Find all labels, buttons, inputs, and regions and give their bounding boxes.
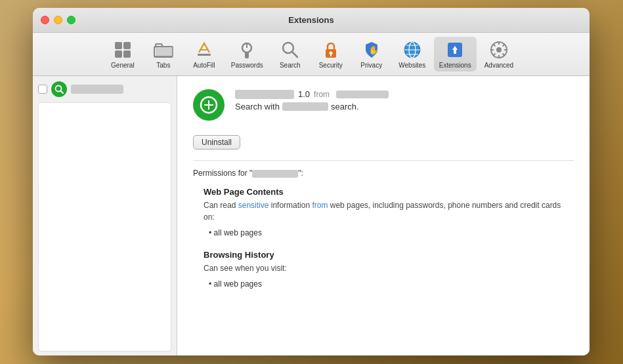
svg-line-31 [493, 45, 495, 47]
extension-search-row: Search with search. [235, 102, 574, 111]
svg-text:✋: ✋ [368, 45, 379, 56]
permissions-label: Permissions for "": [193, 169, 574, 178]
maximize-button[interactable] [67, 16, 75, 24]
svg-point-16 [329, 52, 332, 55]
browsing-history-title: Browsing History [204, 250, 574, 260]
websites-icon [402, 39, 423, 60]
svg-rect-3 [123, 51, 131, 58]
browsing-history-desc: Can see when you visit: [204, 262, 574, 274]
browsing-history-list: all web pages [204, 278, 574, 291]
close-button[interactable] [41, 16, 49, 24]
web-page-contents-desc: Can read sensitive information from web … [204, 199, 574, 223]
advanced-label: Advanced [484, 62, 513, 69]
permissions-name-blurred [252, 170, 298, 178]
privacy-icon: ✋ [361, 39, 382, 60]
svg-line-36 [61, 91, 64, 94]
passwords-icon [236, 39, 257, 60]
svg-rect-11 [245, 52, 249, 58]
search-suffix: search. [331, 102, 359, 111]
svg-line-32 [502, 54, 504, 56]
extension-name-blurred [71, 85, 123, 94]
extensions-label: Extensions [439, 62, 471, 69]
autofill-label: AutoFill [193, 62, 215, 69]
uninstall-button[interactable]: Uninstall [193, 135, 240, 150]
browsing-history-item-1: all web pages [209, 278, 574, 291]
toolbar-item-general[interactable]: General [104, 37, 142, 71]
autofill-icon [194, 39, 215, 60]
svg-line-33 [502, 45, 504, 47]
search-prefix: Search with [235, 102, 280, 111]
sidebar-extension-list [38, 102, 171, 352]
tabs-label: Tabs [156, 62, 170, 69]
extension-icon [193, 89, 225, 121]
window-title: Extensions [288, 15, 333, 25]
extensions-icon [444, 39, 465, 60]
advanced-icon [488, 39, 509, 60]
window-controls [41, 16, 75, 24]
sidebar-header [38, 81, 171, 97]
websites-label: Websites [398, 62, 425, 69]
toolbar-item-autofill[interactable]: AutoFill [185, 37, 223, 71]
extension-version: 1.0 [298, 89, 310, 99]
toolbar-item-passwords[interactable]: Passwords [226, 37, 269, 71]
security-icon [320, 39, 341, 60]
svg-rect-0 [115, 42, 122, 49]
toolbar-item-extensions[interactable]: Extensions [434, 37, 477, 71]
titlebar: Extensions [33, 8, 590, 33]
passwords-label: Passwords [231, 62, 263, 69]
svg-line-14 [292, 52, 297, 57]
toolbar-item-advanced[interactable]: Advanced [479, 37, 519, 71]
browsing-history-section: Browsing History Can see when you visit:… [193, 250, 574, 291]
extension-from-label: from [314, 90, 330, 99]
svg-rect-6 [156, 47, 173, 56]
safari-extensions-window: Extensions General [33, 8, 590, 355]
tabs-icon [153, 39, 174, 60]
extension-checkbox[interactable] [38, 85, 47, 94]
permissions-section: Permissions for "": Web Page Contents Ca… [193, 160, 574, 291]
search-label: Search [280, 62, 301, 69]
toolbar: General Tabs AutoFill [33, 33, 590, 76]
svg-point-26 [496, 47, 502, 52]
search-icon [280, 39, 301, 60]
toolbar-item-security[interactable]: Security [312, 37, 350, 71]
extension-header: 1.0 from Search with search. [193, 89, 574, 121]
svg-rect-2 [115, 51, 122, 58]
sidebar [33, 76, 177, 355]
svg-rect-8 [198, 54, 211, 56]
extension-search-icon [51, 81, 67, 97]
main-area: 1.0 from Search with search. Uninstall P… [33, 76, 590, 355]
toolbar-item-websites[interactable]: Websites [393, 37, 431, 71]
extension-from-blurred [336, 91, 389, 98]
security-label: Security [319, 62, 343, 69]
svg-line-34 [493, 54, 495, 56]
extension-info: 1.0 from Search with search. [235, 89, 574, 111]
web-page-contents-title: Web Page Contents [204, 187, 574, 197]
toolbar-item-search[interactable]: Search [271, 37, 309, 71]
web-page-contents-item-1: all web pages [209, 227, 574, 239]
toolbar-item-tabs[interactable]: Tabs [144, 37, 183, 71]
extension-title-row: 1.0 from [235, 89, 574, 99]
toolbar-item-privacy[interactable]: ✋ Privacy [353, 37, 391, 71]
extension-name-blurred-header [235, 90, 294, 99]
web-page-contents-list: all web pages [204, 227, 574, 239]
privacy-label: Privacy [360, 62, 382, 69]
general-icon [112, 39, 133, 60]
extension-detail-panel: 1.0 from Search with search. Uninstall P… [177, 76, 590, 355]
web-page-contents-section: Web Page Contents Can read sensitive inf… [193, 187, 574, 239]
extension-search-name-blurred [282, 102, 328, 111]
svg-rect-1 [123, 42, 131, 49]
general-label: General [111, 62, 135, 69]
minimize-button[interactable] [54, 16, 62, 24]
